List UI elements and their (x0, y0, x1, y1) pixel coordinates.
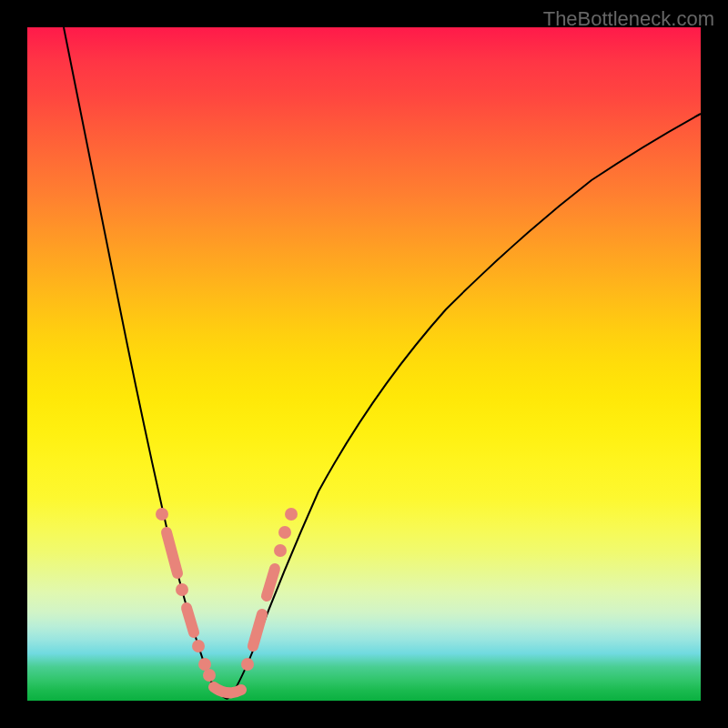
marker-dot (203, 669, 216, 682)
chart-container (27, 27, 701, 701)
marker-segment (187, 608, 194, 632)
marker-segment (214, 687, 241, 693)
marker-dot (176, 583, 188, 596)
marker-dot (274, 544, 287, 557)
marker-dot (241, 658, 254, 671)
right-curve (228, 114, 701, 699)
marker-dot (156, 508, 168, 521)
marker-dot (285, 508, 298, 521)
left-curve (64, 27, 228, 699)
watermark-text: TheBottleneck.com (543, 7, 714, 31)
marker-segment (267, 569, 275, 596)
marker-dot (198, 658, 211, 671)
marker-dot (278, 526, 291, 539)
marker-dot (192, 640, 205, 652)
marker-segment (167, 532, 177, 573)
marker-segment (253, 614, 262, 646)
chart-svg (27, 27, 701, 701)
